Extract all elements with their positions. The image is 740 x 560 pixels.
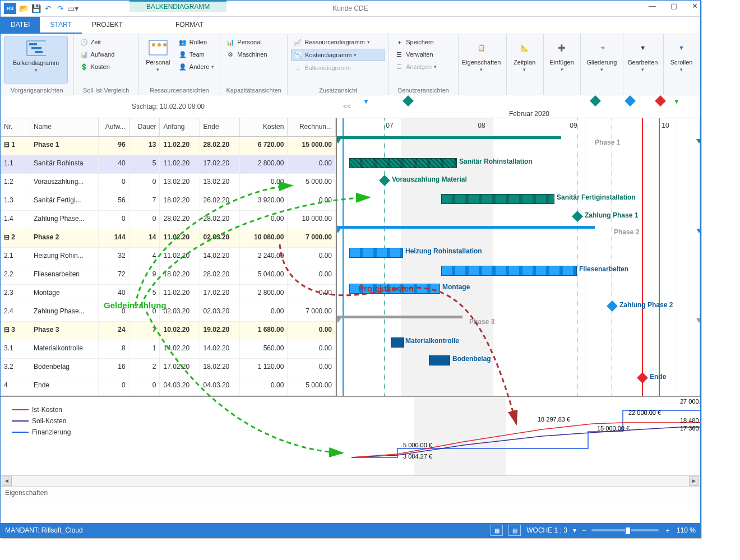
gliederung-button[interactable]: ⇥Gliederung	[584, 36, 619, 82]
verwalten-button[interactable]: ☰Verwalten	[392, 49, 439, 60]
milestone-icon[interactable]	[379, 175, 390, 186]
machine-icon: ⚙	[226, 50, 235, 59]
milestone-icon[interactable]	[637, 372, 648, 383]
month-label: Februar 2020	[358, 110, 700, 118]
svg-text:17 360.0: 17 360.0	[680, 425, 700, 432]
task-bar[interactable]	[391, 337, 404, 348]
rollen-button[interactable]: 👥Rollen	[176, 36, 216, 48]
task-bar[interactable]	[349, 158, 457, 168]
summary-bar-phase1[interactable]	[337, 136, 561, 139]
horizontal-scrollbar[interactable]: ◄ ►	[1, 475, 700, 486]
zoom-in-button[interactable]: ＋	[664, 526, 671, 535]
effort-icon: 📊	[80, 50, 89, 59]
table-row[interactable]: ⊟ 3Phase 324710.02.2019.02.201 680.000.0…	[1, 322, 336, 340]
scroll-left-icon[interactable]: ◄	[2, 476, 12, 486]
minimize-icon[interactable]: —	[649, 2, 656, 10]
table-row[interactable]: 1.4Zahlung Phase...0028.02.2028.02.200.0…	[1, 211, 336, 229]
cost-chart-pane: Ist-Kosten Soll-Kosten Finanzierung 30 0…	[1, 396, 700, 475]
andere-button[interactable]: 👤Andere	[176, 61, 216, 72]
status-view-icon[interactable]: ▦	[491, 525, 503, 536]
tab-projekt[interactable]: PROJEKT	[82, 17, 133, 34]
chart-legend: Ist-Kosten Soll-Kosten Finanzierung	[1, 397, 110, 475]
task-bar[interactable]	[349, 248, 403, 258]
table-row[interactable]: ⊟ 2Phase 21441411.02.2002.03.2010 080.00…	[1, 229, 336, 248]
table-row[interactable]: 4Ende0004.03.2004.03.200.005 000.00	[1, 377, 336, 396]
balkendiagramm-sub-button[interactable]: ≡Balkendiagramm	[291, 62, 385, 73]
reference-date-label: Stichtag: 10.02.20 08:00	[1, 103, 336, 110]
chart-icon: 📈	[293, 38, 302, 47]
schedule-icon: 📐	[515, 39, 535, 57]
bearbeiten-button[interactable]: ▼Bearbeiten	[627, 36, 659, 82]
zeitplan-button[interactable]: 📐Zeitplan	[510, 36, 539, 82]
kap-maschinen-button[interactable]: ⚙Maschinen	[224, 49, 269, 60]
scroll-right-icon[interactable]: ►	[689, 476, 699, 486]
cost-icon: 💲	[80, 62, 89, 71]
scrollen-button[interactable]: ▼Scrollen	[667, 36, 696, 82]
status-view2-icon[interactable]: ▤	[508, 525, 521, 536]
main-tabs: DATEI START PROJEKT FORMAT	[1, 17, 700, 34]
svg-text:18 480.0: 18 480.0	[680, 417, 700, 424]
kostendiagramm-button[interactable]: 📉Kostendiagramm	[291, 49, 385, 61]
svg-rect-8	[414, 397, 506, 475]
zoom-slider[interactable]	[591, 529, 659, 531]
table-row[interactable]: 2.1Heizung Rohin...32411.02.2014.02.202 …	[1, 248, 336, 266]
window-title: Kunde CDE	[1, 4, 700, 12]
roles-icon: 👥	[178, 38, 187, 47]
svg-text:27 000.0: 27 000.0	[680, 398, 700, 405]
properties-panel-header[interactable]: Eigenschaften	[1, 486, 700, 503]
milestone-icon[interactable]	[607, 300, 618, 312]
ressourcendiagramm-button[interactable]: 📈Ressourcendiagramm	[291, 36, 385, 48]
table-row[interactable]: 1.3Sanitär Fertigi...56718.02.2026.02.20…	[1, 192, 336, 211]
table-row[interactable]: 3.2Bodenbelag16217.02.2018.02.201 120.00…	[1, 359, 336, 377]
task-bar[interactable]	[429, 355, 450, 365]
reference-date-row: Stichtag: 10.02.20 08:00 << ▼ ▼ Februar …	[1, 95, 700, 118]
summary-bar-phase3[interactable]	[337, 316, 462, 318]
table-row[interactable]: 2.4Zahlung Phase...0002.03.2002.03.200.0…	[1, 303, 336, 322]
task-bar[interactable]	[441, 266, 577, 276]
save-small-icon: ＋	[395, 38, 404, 47]
svg-rect-2	[31, 47, 41, 49]
data-grid: Nr. Name Aufw... Dauer Anfang Ende Koste…	[1, 118, 700, 396]
gantt-icon	[26, 39, 46, 57]
personal-big-button[interactable]: Personal	[142, 36, 174, 82]
svg-rect-4	[149, 40, 167, 55]
table-row[interactable]: 2.3Montage40511.02.2017.02.202 800.000.0…	[1, 285, 336, 303]
team-icon: 👤	[178, 50, 187, 59]
zoom-label[interactable]: 110 %	[677, 526, 696, 534]
svg-rect-3	[35, 51, 43, 53]
eigenschaften-button[interactable]: 📋Eigenschaften	[462, 36, 501, 82]
tab-start[interactable]: START	[40, 17, 81, 34]
milestone-icon[interactable]	[572, 211, 583, 222]
tab-datei[interactable]: DATEI	[1, 17, 40, 34]
clock-icon: 🕒	[80, 38, 89, 47]
kap-personal-button[interactable]: 📊Personal	[224, 36, 269, 48]
week-label[interactable]: WOCHE 1 : 3	[526, 526, 567, 534]
table-row[interactable]: ⊟ 1Phase 1961311.02.2028.02.206 720.0015…	[1, 137, 336, 155]
ribbon: Balkendiagramm Vorgangsansichten 🕒Zeit 📊…	[1, 34, 700, 95]
anzeigen-button[interactable]: ☰Anzeigen	[392, 61, 439, 72]
zeit-button[interactable]: 🕒Zeit	[77, 36, 117, 48]
maximize-icon[interactable]: ▢	[670, 2, 677, 10]
summary-bar-phase2[interactable]	[337, 226, 595, 229]
table-row[interactable]: 3.1Materialkontrolle8114.02.2014.02.2056…	[1, 340, 336, 359]
table-row[interactable]: 1.1Sanitär Rohinsta40511.02.2017.02.202 …	[1, 155, 336, 174]
aufwand-button[interactable]: 📊Aufwand	[77, 49, 117, 60]
table-header: Nr. Name Aufw... Dauer Anfang Ende Koste…	[1, 118, 336, 137]
tab-format[interactable]: FORMAT	[165, 17, 214, 34]
balkendiagramm-button[interactable]: Balkendiagramm	[4, 36, 68, 84]
speichern-button[interactable]: ＋Speichern	[392, 36, 439, 48]
table-row[interactable]: 2.2Fliesenarbeiten72918.02.2028.02.205 0…	[1, 266, 336, 285]
kosten-button[interactable]: 💲Kosten	[77, 61, 117, 72]
cost-chart[interactable]: 30 000.00 €25 000.00 €20 000.00 € 15 000…	[110, 397, 700, 475]
task-bar[interactable]	[441, 194, 554, 204]
timeline-prev-button[interactable]: <<	[336, 103, 358, 110]
close-icon[interactable]: ✕	[692, 2, 698, 10]
svg-text:18 297.83 €: 18 297.83 €	[538, 416, 570, 423]
team-button[interactable]: 👤Team	[176, 49, 216, 60]
properties-icon: 📋	[471, 39, 492, 57]
zoom-out-button[interactable]: −	[582, 526, 586, 534]
table-row[interactable]: 1.2Vorauszahlung...0013.02.2013.02.200.0…	[1, 174, 336, 192]
einfuegen-button[interactable]: ➕Einfügen	[547, 36, 576, 82]
gantt-canvas[interactable]: 07 08 09 10 Phase 1 Sanitär Rohinstallat…	[337, 118, 700, 396]
svg-text:22 000.00 €: 22 000.00 €	[628, 409, 661, 416]
